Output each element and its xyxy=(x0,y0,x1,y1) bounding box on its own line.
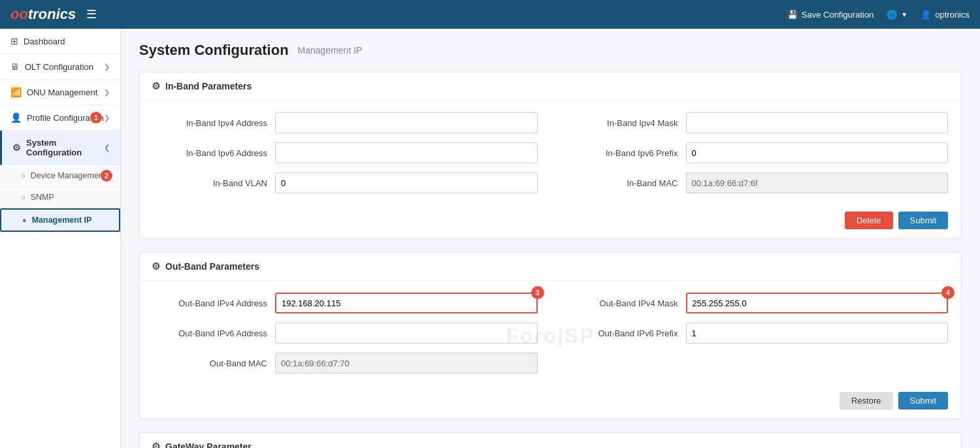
outband-ipv4-mask-input[interactable] xyxy=(686,293,949,313)
outband-ipv6-addr-label: Out-Band IPv6 Address xyxy=(153,328,267,338)
sidebar-item-profile-config[interactable]: 👤 Profile Configuration 1 ❯ xyxy=(0,105,120,131)
sidebar-item-label: System Configuration xyxy=(26,138,104,157)
badge-1: 1 xyxy=(90,112,102,123)
inband-ipv4-addr-input[interactable] xyxy=(275,112,538,133)
circle-icon: ○ xyxy=(21,193,25,201)
inband-ipv6-prefix-input[interactable] xyxy=(686,142,949,163)
dashboard-icon: ⊞ xyxy=(10,36,18,46)
inband-vlan-label: In-Band VLAN xyxy=(153,178,267,188)
logo-tronics: tronics xyxy=(28,6,76,22)
inband-section-header: ⚙ In-Band Parameters xyxy=(140,72,961,101)
sidebar-sub-item-label: Management IP xyxy=(32,216,92,225)
outband-ipv6-addr-row: Out-Band IPv6 Address xyxy=(153,323,538,344)
logo-oo: oo xyxy=(10,6,28,22)
sidebar-item-dashboard[interactable]: ⊞ Dashboard xyxy=(0,29,120,54)
outband-submit-button[interactable]: Submit xyxy=(898,392,948,409)
inband-submit-button[interactable]: Submit xyxy=(898,212,948,229)
inband-section-title: In-Band Parameters xyxy=(165,81,252,91)
outband-section-header: ⚙ Out-Band Parameters xyxy=(140,253,961,281)
outband-action-row: Restore Submit xyxy=(140,385,961,419)
sidebar-sub-item-device-mgmt[interactable]: ○ Device Management 2 xyxy=(0,165,120,187)
outband-section: Foro|SP ⚙ Out-Band Parameters Out-Band I… xyxy=(139,252,962,419)
outband-mac-row: Out-Band MAC xyxy=(153,353,538,374)
globe-icon: 🌐 xyxy=(887,10,897,20)
outband-mac-label: Out-Band MAC xyxy=(153,359,267,368)
inband-ipv6-addr-input[interactable] xyxy=(275,142,538,163)
system-config-icon: ⚙ xyxy=(12,142,21,153)
sidebar-sub-item-label: Device Management xyxy=(31,171,106,180)
inband-ipv6-prefix-row: In-Band Ipv6 Prefix xyxy=(564,142,949,163)
save-config-button[interactable]: 💾 Save Configuration xyxy=(787,10,874,20)
onu-icon: 📶 xyxy=(10,87,22,97)
outband-section-body: Out-Band IPv4 Address 3 Out-Band IPv4 Ma… xyxy=(140,281,961,385)
navbar-left: ootronics ☰ xyxy=(10,6,97,23)
sidebar-item-onu-mgmt[interactable]: 📶 ONU Management ❯ xyxy=(0,80,120,105)
outband-ipv4-addr-label: Out-Band IPv4 Address xyxy=(153,298,267,308)
inband-vlan-row: In-Band VLAN xyxy=(153,172,538,193)
inband-ipv6-addr-row: In-Band Ipv6 Address xyxy=(153,142,538,163)
inband-ipv4-addr-label: In-Band Ipv4 Address xyxy=(153,118,267,128)
inband-mac-label: In-Band MAC xyxy=(564,178,678,188)
outband-form-grid: Out-Band IPv4 Address 3 Out-Band IPv4 Ma… xyxy=(153,293,948,374)
profile-icon: 👤 xyxy=(10,112,22,123)
inband-vlan-input[interactable] xyxy=(275,172,538,193)
inband-mac-input xyxy=(686,172,949,193)
outband-ipv4-addr-input[interactable] xyxy=(275,293,538,313)
chevron-right-icon: ❯ xyxy=(104,114,110,122)
save-icon: 💾 xyxy=(787,10,798,20)
navbar-right: 💾 Save Configuration 🌐 ▼ 👤 optronics xyxy=(787,10,970,20)
circle-filled-icon: ● xyxy=(22,216,27,224)
chevron-right-icon: ❯ xyxy=(104,63,110,71)
inband-ipv6-addr-label: In-Band Ipv6 Address xyxy=(153,148,267,158)
inband-delete-button[interactable]: Delete xyxy=(845,212,893,229)
outband-section-title: Out-Band Parameters xyxy=(165,261,259,272)
annotation-3: 3 xyxy=(531,286,544,299)
outband-ipv6-addr-input[interactable] xyxy=(275,323,538,344)
sidebar-sub-item-label: SNMP xyxy=(31,193,54,202)
outband-ipv4-mask-label: Out-Band IPv4 Mask xyxy=(564,298,678,308)
olt-icon: 🖥 xyxy=(10,61,20,72)
inband-icon: ⚙ xyxy=(152,80,160,92)
outband-icon: ⚙ xyxy=(152,261,160,272)
outband-mac-input xyxy=(275,353,538,374)
outband-ipv6-prefix-row: Out-Band IPv6 Prefix xyxy=(564,323,949,344)
navbar: ootronics ☰ 💾 Save Configuration 🌐 ▼ 👤 o… xyxy=(0,0,980,29)
outband-ipv6-prefix-input[interactable] xyxy=(686,323,949,344)
gateway-section-header: ⚙ GateWay Parameter xyxy=(140,433,961,448)
sidebar-item-olt-config[interactable]: 🖥 OLT Configuration ❯ xyxy=(0,54,120,80)
logo: ootronics xyxy=(10,6,76,23)
user-name: optronics xyxy=(935,10,970,20)
outband-ipv4-addr-row: Out-Band IPv4 Address 3 xyxy=(153,293,538,313)
dropdown-arrow: ▼ xyxy=(901,11,907,18)
sidebar-sub: ○ Device Management 2 ○ SNMP ● Managemen… xyxy=(0,165,120,232)
badge-2: 2 xyxy=(101,170,112,182)
sidebar-item-label: OLT Configuration xyxy=(25,62,93,72)
inband-ipv4-mask-label: In-Band Ipv4 Mask xyxy=(564,118,678,128)
inband-mac-row: In-Band MAC xyxy=(564,172,949,193)
chevron-left-icon: ❮ xyxy=(104,144,110,152)
page-subtitle: Management IP xyxy=(298,45,363,56)
inband-section: ⚙ In-Band Parameters In-Band Ipv4 Addres… xyxy=(139,72,962,239)
inband-section-body: In-Band Ipv4 Address In-Band Ipv4 Mask I… xyxy=(140,101,961,205)
sidebar-item-label: ONU Management xyxy=(27,88,97,97)
hamburger-menu[interactable]: ☰ xyxy=(86,7,97,22)
inband-form-grid: In-Band Ipv4 Address In-Band Ipv4 Mask I… xyxy=(153,112,948,193)
inband-ipv6-prefix-label: In-Band Ipv6 Prefix xyxy=(564,148,678,158)
outband-restore-button[interactable]: Restore xyxy=(840,392,893,409)
gateway-section: ⚙ GateWay Parameter IPv4 GateWay 6 IPv6 … xyxy=(139,432,962,448)
layout: ⊞ Dashboard 🖥 OLT Configuration ❯ 📶 ONU … xyxy=(0,29,980,448)
user-menu[interactable]: 👤 optronics xyxy=(921,10,970,20)
language-selector[interactable]: 🌐 ▼ xyxy=(887,10,907,20)
page-header: System Configuration Management IP xyxy=(139,42,962,59)
gateway-section-title: GateWay Parameter xyxy=(165,441,252,448)
outband-ipv6-prefix-label: Out-Band IPv6 Prefix xyxy=(564,328,678,338)
chevron-right-icon: ❯ xyxy=(104,88,110,97)
outband-ipv4-mask-row: Out-Band IPv4 Mask 4 xyxy=(564,293,949,313)
sidebar-item-system-config[interactable]: ⚙ System Configuration ❮ xyxy=(0,131,120,165)
sidebar-sub-item-management-ip[interactable]: ● Management IP xyxy=(0,208,120,232)
inband-ipv4-mask-input[interactable] xyxy=(686,112,949,133)
sidebar-sub-item-snmp[interactable]: ○ SNMP xyxy=(0,187,120,208)
gateway-icon: ⚙ xyxy=(152,441,160,448)
sidebar-item-label: Dashboard xyxy=(24,37,65,46)
annotation-4: 4 xyxy=(941,286,955,299)
